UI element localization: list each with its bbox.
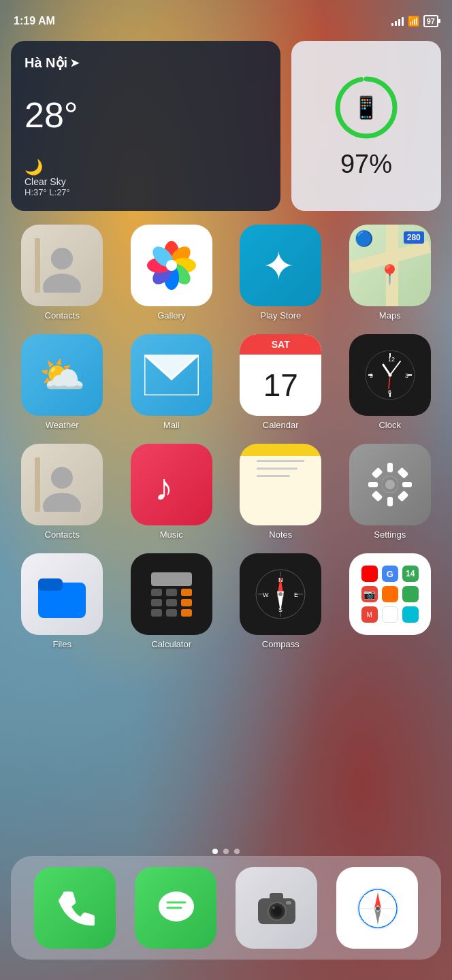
app-contacts[interactable]: Contacts [11, 225, 114, 321]
settings-icon [349, 444, 431, 525]
svg-rect-42 [397, 468, 408, 479]
maps-label: Maps [379, 310, 401, 321]
app-maps[interactable]: 280 📍 🔵 Maps [339, 225, 442, 321]
app-settings[interactable]: Settings [339, 444, 442, 540]
svg-rect-81 [286, 901, 291, 904]
svg-rect-44 [397, 491, 408, 502]
svg-rect-52 [181, 589, 192, 596]
svg-point-33 [43, 493, 81, 512]
app-calculator[interactable]: Calculator [120, 553, 223, 649]
signal-icon [391, 16, 404, 26]
svg-text:9: 9 [370, 372, 373, 379]
location-icon: ➤ [70, 56, 79, 69]
weather-widget[interactable]: Hà Nội ➤ 28° 🌙 Clear Sky H:37° L:27° [11, 41, 280, 211]
notes-icon [240, 444, 321, 525]
dock-app-messages[interactable] [135, 867, 216, 949]
svg-rect-56 [151, 609, 162, 617]
dot-3[interactable] [234, 849, 240, 854]
calendar-icon: SAT 17 [240, 334, 321, 416]
svg-point-90 [376, 906, 380, 911]
dock-app-safari[interactable] [336, 867, 418, 949]
app-weather[interactable]: ⛅ Weather [11, 334, 114, 430]
app-mail[interactable]: Mail [120, 334, 223, 430]
calculator-icon [131, 553, 212, 635]
svg-text:W: W [263, 591, 269, 598]
battery-icon: 97 [423, 15, 438, 27]
svg-rect-55 [181, 599, 192, 606]
camera-icon [236, 867, 317, 949]
clock-label: Clock [378, 420, 401, 430]
svg-point-46 [385, 480, 395, 489]
compass-icon: N E S W [240, 553, 321, 635]
svg-rect-49 [151, 572, 192, 586]
svg-text:6: 6 [388, 389, 391, 395]
app-calendar[interactable]: SAT 17 Calendar [229, 334, 332, 430]
status-icons: 📶 97 [391, 15, 438, 27]
gallery-label: Gallery [157, 310, 185, 321]
svg-rect-41 [371, 468, 383, 479]
svg-rect-39 [368, 482, 378, 487]
mail-icon [131, 334, 212, 416]
svg-point-71 [159, 892, 194, 921]
contacts2-label: Contacts [45, 529, 80, 540]
app-contacts2[interactable]: Contacts [11, 444, 114, 540]
dock-app-phone[interactable] [34, 867, 116, 949]
battery-percent: 97% [340, 150, 392, 179]
app-music[interactable]: ♪ Music [120, 444, 223, 540]
calendar-day: SAT [272, 339, 290, 350]
app-clock[interactable]: 12 3 6 9 Clock [339, 334, 442, 430]
music-icon: ♪ [131, 444, 212, 525]
calendar-date: 17 [263, 367, 298, 404]
weather-condition: Clear Sky [25, 176, 267, 187]
app-playstore[interactable]: ✦ Play Store [229, 225, 332, 321]
status-bar: 1:19 AM 📶 97 [0, 0, 452, 34]
svg-rect-58 [181, 609, 192, 617]
svg-rect-5 [35, 238, 40, 293]
dot-1[interactable] [212, 849, 218, 854]
contacts-label: Contacts [45, 310, 80, 321]
wifi-icon: 📶 [408, 16, 419, 27]
clock-icon: 12 3 6 9 [349, 334, 431, 416]
svg-point-32 [51, 467, 73, 489]
svg-rect-76 [270, 893, 283, 901]
app-notes[interactable]: Notes [229, 444, 332, 540]
svg-point-14 [166, 260, 177, 271]
battery-circle: 📱 [332, 74, 400, 142]
weather-temp: 28° [25, 97, 267, 133]
app-gallery[interactable]: Gallery [120, 225, 223, 321]
gallery-icon [131, 225, 212, 306]
weather-icon: ⛅ [21, 334, 103, 416]
battery-widget[interactable]: 📱 97% [291, 41, 441, 211]
dock [11, 856, 441, 960]
files-label: Files [53, 639, 71, 649]
app-files[interactable]: Files [11, 553, 114, 649]
svg-rect-34 [35, 457, 40, 512]
time: 1:19 AM [14, 15, 55, 27]
dot-2[interactable] [223, 849, 229, 854]
mail-label: Mail [163, 420, 180, 430]
svg-text:E: E [294, 591, 298, 598]
svg-rect-43 [371, 491, 383, 502]
page-dots [212, 849, 240, 854]
svg-point-70 [278, 592, 282, 596]
svg-rect-57 [166, 609, 177, 617]
app-google-folder[interactable]: G 14 📷 M [339, 553, 442, 649]
notes-label: Notes [269, 529, 292, 540]
phone-icon [34, 867, 116, 949]
app-compass[interactable]: N E S W Compass [229, 553, 332, 649]
google-folder-icon: G 14 📷 M [349, 553, 431, 635]
weather-label: Weather [46, 420, 79, 430]
weather-city: Hà Nội ➤ [25, 54, 267, 71]
contacts-icon [21, 225, 103, 306]
dock-app-camera[interactable] [236, 867, 317, 949]
contacts2-icon [21, 444, 103, 525]
phone-icon: 📱 [353, 95, 380, 120]
svg-rect-38 [387, 497, 393, 506]
svg-text:3: 3 [405, 372, 408, 379]
calendar-label: Calendar [263, 420, 299, 430]
playstore-label: Play Store [260, 310, 301, 321]
svg-point-31 [388, 374, 391, 377]
svg-text:12: 12 [388, 356, 395, 363]
svg-point-80 [272, 906, 275, 909]
settings-label: Settings [374, 529, 406, 540]
